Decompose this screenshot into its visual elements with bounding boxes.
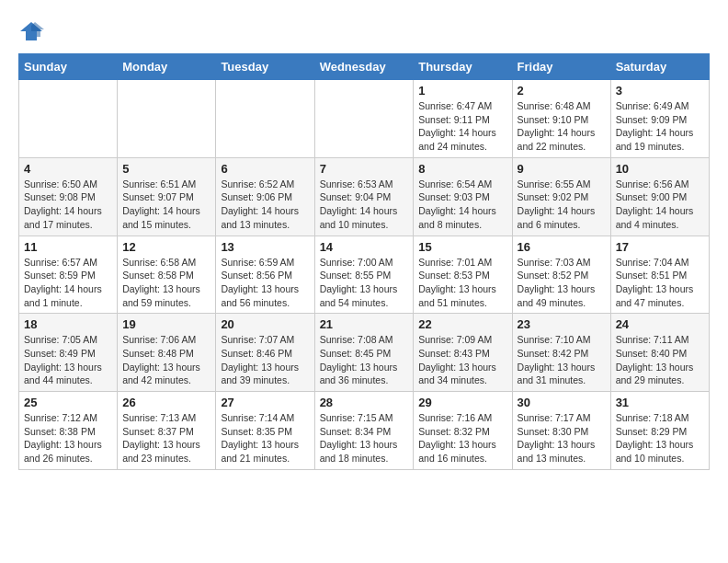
calendar-cell: 11Sunrise: 6:57 AM Sunset: 8:59 PM Dayli… (19, 236, 118, 314)
day-number: 18 (24, 317, 112, 331)
col-header-sunday: Sunday (19, 54, 118, 80)
day-info: Sunrise: 7:13 AM Sunset: 8:37 PM Dayligh… (122, 411, 210, 465)
day-number: 1 (418, 84, 506, 98)
col-header-tuesday: Tuesday (216, 54, 314, 80)
day-info: Sunrise: 7:08 AM Sunset: 8:45 PM Dayligh… (320, 333, 409, 387)
day-info: Sunrise: 6:58 AM Sunset: 8:58 PM Dayligh… (122, 256, 210, 310)
week-row-5: 25Sunrise: 7:12 AM Sunset: 8:38 PM Dayli… (19, 392, 710, 470)
day-number: 19 (122, 317, 210, 331)
calendar-cell: 23Sunrise: 7:10 AM Sunset: 8:42 PM Dayli… (512, 314, 610, 392)
day-info: Sunrise: 7:07 AM Sunset: 8:46 PM Dayligh… (221, 333, 309, 387)
day-number: 9 (518, 162, 606, 176)
logo-icon (18, 18, 44, 44)
day-info: Sunrise: 6:53 AM Sunset: 9:04 PM Dayligh… (320, 178, 409, 232)
calendar-cell: 21Sunrise: 7:08 AM Sunset: 8:45 PM Dayli… (314, 314, 414, 392)
day-info: Sunrise: 7:15 AM Sunset: 8:34 PM Dayligh… (320, 411, 409, 465)
calendar-cell: 8Sunrise: 6:54 AM Sunset: 9:03 PM Daylig… (414, 157, 512, 236)
week-row-2: 4Sunrise: 6:50 AM Sunset: 9:08 PM Daylig… (19, 157, 710, 236)
calendar-cell: 5Sunrise: 6:51 AM Sunset: 9:07 PM Daylig… (118, 157, 216, 236)
week-row-4: 18Sunrise: 7:05 AM Sunset: 8:49 PM Dayli… (19, 314, 710, 392)
day-number: 26 (122, 396, 210, 409)
day-number: 11 (24, 240, 112, 254)
calendar-cell: 22Sunrise: 7:09 AM Sunset: 8:43 PM Dayli… (414, 314, 512, 392)
day-info: Sunrise: 6:50 AM Sunset: 9:08 PM Dayligh… (24, 178, 112, 232)
calendar-cell: 10Sunrise: 6:56 AM Sunset: 9:00 PM Dayli… (610, 157, 709, 236)
day-info: Sunrise: 6:51 AM Sunset: 9:07 PM Dayligh… (122, 178, 210, 232)
day-info: Sunrise: 7:11 AM Sunset: 8:40 PM Dayligh… (616, 333, 704, 387)
header-area (18, 18, 710, 44)
day-number: 21 (320, 317, 409, 331)
day-number: 31 (616, 396, 704, 409)
day-number: 14 (320, 240, 409, 254)
week-row-1: 1Sunrise: 6:47 AM Sunset: 9:11 PM Daylig… (19, 80, 710, 158)
day-number: 8 (418, 162, 506, 176)
calendar-cell: 19Sunrise: 7:06 AM Sunset: 8:48 PM Dayli… (118, 314, 216, 392)
day-number: 15 (418, 240, 506, 254)
day-number: 12 (122, 240, 210, 254)
day-number: 25 (24, 396, 112, 409)
header-row: SundayMondayTuesdayWednesdayThursdayFrid… (19, 54, 710, 80)
day-number: 28 (320, 396, 409, 409)
col-header-thursday: Thursday (414, 54, 512, 80)
day-number: 20 (221, 317, 309, 331)
calendar-cell (314, 80, 414, 158)
calendar-cell: 1Sunrise: 6:47 AM Sunset: 9:11 PM Daylig… (414, 80, 512, 158)
col-header-wednesday: Wednesday (314, 54, 414, 80)
day-info: Sunrise: 7:03 AM Sunset: 8:52 PM Dayligh… (518, 256, 606, 310)
day-info: Sunrise: 6:47 AM Sunset: 9:11 PM Dayligh… (418, 99, 506, 154)
calendar-cell: 17Sunrise: 7:04 AM Sunset: 8:51 PM Dayli… (610, 236, 709, 314)
calendar-cell: 16Sunrise: 7:03 AM Sunset: 8:52 PM Dayli… (512, 236, 610, 314)
calendar-cell: 26Sunrise: 7:13 AM Sunset: 8:37 PM Dayli… (118, 392, 216, 470)
col-header-saturday: Saturday (610, 54, 709, 80)
day-number: 16 (518, 240, 606, 254)
day-number: 22 (418, 317, 506, 331)
day-info: Sunrise: 6:49 AM Sunset: 9:09 PM Dayligh… (616, 99, 704, 154)
calendar-cell: 18Sunrise: 7:05 AM Sunset: 8:49 PM Dayli… (19, 314, 118, 392)
calendar-cell: 12Sunrise: 6:58 AM Sunset: 8:58 PM Dayli… (118, 236, 216, 314)
day-number: 5 (122, 162, 210, 176)
week-row-3: 11Sunrise: 6:57 AM Sunset: 8:59 PM Dayli… (19, 236, 710, 314)
calendar-cell: 6Sunrise: 6:52 AM Sunset: 9:06 PM Daylig… (216, 157, 314, 236)
day-number: 29 (418, 396, 506, 409)
calendar-cell: 29Sunrise: 7:16 AM Sunset: 8:32 PM Dayli… (414, 392, 512, 470)
day-number: 17 (616, 240, 704, 254)
day-number: 3 (616, 84, 704, 98)
day-info: Sunrise: 7:10 AM Sunset: 8:42 PM Dayligh… (518, 333, 606, 387)
calendar-cell: 2Sunrise: 6:48 AM Sunset: 9:10 PM Daylig… (512, 80, 610, 158)
day-number: 10 (616, 162, 704, 176)
day-info: Sunrise: 7:09 AM Sunset: 8:43 PM Dayligh… (418, 333, 506, 387)
col-header-friday: Friday (512, 54, 610, 80)
calendar-cell: 20Sunrise: 7:07 AM Sunset: 8:46 PM Dayli… (216, 314, 314, 392)
day-info: Sunrise: 7:01 AM Sunset: 8:53 PM Dayligh… (418, 256, 506, 310)
calendar-cell: 27Sunrise: 7:14 AM Sunset: 8:35 PM Dayli… (216, 392, 314, 470)
day-number: 4 (24, 162, 112, 176)
day-number: 13 (221, 240, 309, 254)
day-number: 23 (518, 317, 606, 331)
calendar-cell: 13Sunrise: 6:59 AM Sunset: 8:56 PM Dayli… (216, 236, 314, 314)
day-info: Sunrise: 7:06 AM Sunset: 8:48 PM Dayligh… (122, 333, 210, 387)
day-info: Sunrise: 6:48 AM Sunset: 9:10 PM Dayligh… (518, 99, 606, 154)
day-info: Sunrise: 7:05 AM Sunset: 8:49 PM Dayligh… (24, 333, 112, 387)
calendar-cell: 15Sunrise: 7:01 AM Sunset: 8:53 PM Dayli… (414, 236, 512, 314)
calendar-cell (216, 80, 314, 158)
calendar-cell: 24Sunrise: 7:11 AM Sunset: 8:40 PM Dayli… (610, 314, 709, 392)
day-info: Sunrise: 6:55 AM Sunset: 9:02 PM Dayligh… (518, 178, 606, 232)
day-info: Sunrise: 6:59 AM Sunset: 8:56 PM Dayligh… (221, 256, 309, 310)
day-number: 7 (320, 162, 409, 176)
day-number: 6 (221, 162, 309, 176)
day-info: Sunrise: 6:54 AM Sunset: 9:03 PM Dayligh… (418, 178, 506, 232)
calendar-table: SundayMondayTuesdayWednesdayThursdayFrid… (18, 53, 710, 470)
day-number: 30 (518, 396, 606, 409)
day-info: Sunrise: 7:17 AM Sunset: 8:30 PM Dayligh… (518, 411, 606, 465)
day-info: Sunrise: 7:18 AM Sunset: 8:29 PM Dayligh… (616, 411, 704, 465)
calendar-cell: 9Sunrise: 6:55 AM Sunset: 9:02 PM Daylig… (512, 157, 610, 236)
day-info: Sunrise: 7:04 AM Sunset: 8:51 PM Dayligh… (616, 256, 704, 310)
calendar-cell: 31Sunrise: 7:18 AM Sunset: 8:29 PM Dayli… (610, 392, 709, 470)
day-info: Sunrise: 7:12 AM Sunset: 8:38 PM Dayligh… (24, 411, 112, 465)
day-number: 2 (518, 84, 606, 98)
calendar-cell: 4Sunrise: 6:50 AM Sunset: 9:08 PM Daylig… (19, 157, 118, 236)
day-number: 24 (616, 317, 704, 331)
day-info: Sunrise: 6:56 AM Sunset: 9:00 PM Dayligh… (616, 178, 704, 232)
col-header-monday: Monday (118, 54, 216, 80)
calendar-cell: 3Sunrise: 6:49 AM Sunset: 9:09 PM Daylig… (610, 80, 709, 158)
